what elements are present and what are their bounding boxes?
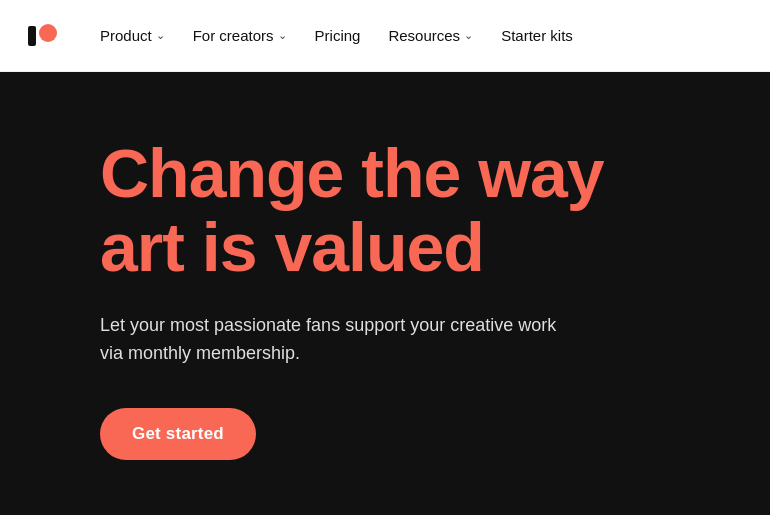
nav-item-for-creators[interactable]: For creators ⌄	[181, 19, 299, 52]
logo[interactable]	[24, 18, 60, 54]
chevron-down-icon: ⌄	[156, 29, 165, 42]
nav-label-pricing: Pricing	[315, 27, 361, 44]
nav-items: Product ⌄ For creators ⌄ Pricing Resourc…	[88, 19, 746, 52]
nav-item-pricing[interactable]: Pricing	[303, 19, 373, 52]
get-started-button[interactable]: Get started	[100, 408, 256, 460]
hero-title-line2: art is valued	[100, 209, 484, 285]
svg-point-2	[39, 24, 57, 42]
svg-rect-1	[28, 26, 36, 46]
nav-label-for-creators: For creators	[193, 27, 274, 44]
navbar: Product ⌄ For creators ⌄ Pricing Resourc…	[0, 0, 770, 72]
nav-item-product[interactable]: Product ⌄	[88, 19, 177, 52]
chevron-down-icon: ⌄	[464, 29, 473, 42]
hero-title-line1: Change the way	[100, 135, 604, 211]
nav-item-resources[interactable]: Resources ⌄	[376, 19, 485, 52]
chevron-down-icon: ⌄	[278, 29, 287, 42]
hero-title: Change the way art is valued	[100, 137, 604, 284]
nav-label-product: Product	[100, 27, 152, 44]
hero-section: Change the way art is valued Let your mo…	[0, 72, 770, 515]
nav-label-resources: Resources	[388, 27, 460, 44]
nav-label-starter-kits: Starter kits	[501, 27, 573, 44]
nav-item-starter-kits[interactable]: Starter kits	[489, 19, 585, 52]
patreon-logo-icon	[24, 18, 60, 54]
hero-subtitle: Let your most passionate fans support yo…	[100, 312, 580, 368]
